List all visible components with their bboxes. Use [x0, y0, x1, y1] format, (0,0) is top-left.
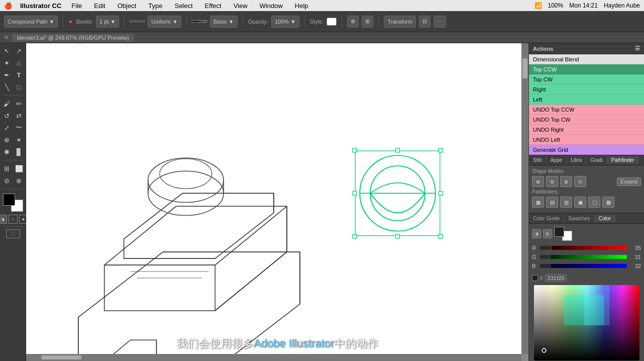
exclude-icon[interactable]: ⊙ — [574, 176, 586, 187]
stroke-mode-dropdown[interactable]: Uniform ▼ — [148, 16, 181, 28]
hex-value[interactable]: 231f20 — [545, 274, 567, 282]
action-right[interactable]: Right — [529, 84, 644, 95]
action-generate-grid[interactable]: Generate Grid — [529, 145, 644, 155]
pen-tool[interactable]: ✒ — [2, 69, 13, 80]
battery-label: 100% — [548, 2, 564, 9]
line-tool[interactable]: ╲ — [2, 81, 13, 93]
color-spectrum[interactable] — [534, 285, 639, 360]
color-mode-icon[interactable]: ⊞ — [543, 229, 552, 238]
opacity-dropdown[interactable]: 100% ▼ — [271, 16, 299, 28]
tab-appearance[interactable]: Appe — [547, 156, 567, 164]
action-undo-top-cw[interactable]: UNDO Top CW — [529, 115, 644, 125]
tab-stroke[interactable]: Strk — [529, 156, 547, 164]
canvas-svg — [26, 43, 521, 354]
action-undo-right[interactable]: UNDO Right — [529, 125, 644, 135]
tab-gradient[interactable]: Gradi — [586, 156, 607, 164]
column-graph-tool[interactable]: ▊ — [14, 146, 25, 157]
link-icon-btn[interactable]: ⊕ — [347, 16, 359, 28]
menu-type[interactable]: Type — [146, 2, 164, 10]
action-dimensional-blend[interactable]: Dimensional Blend — [529, 54, 644, 64]
action-top-cw[interactable]: Top CW — [529, 74, 644, 84]
reflect-tool[interactable]: ⇄ — [14, 110, 25, 121]
mesh-tool[interactable]: ⊞ — [2, 163, 13, 174]
color-swatch-area[interactable] — [3, 194, 23, 212]
unite-icon[interactable]: ⊕ — [532, 176, 544, 187]
actions-menu-icon[interactable]: ☰ — [635, 45, 640, 52]
trim-icon[interactable]: ▤ — [546, 197, 558, 208]
scale-tool[interactable]: ⤢ — [2, 122, 13, 133]
style-color-box[interactable] — [327, 18, 337, 26]
menu-view[interactable]: View — [232, 2, 250, 10]
tab-color[interactable]: Color — [595, 215, 615, 222]
b-slider[interactable] — [540, 264, 627, 268]
menu-select[interactable]: Select — [172, 2, 194, 10]
scroll-thumb-v[interactable] — [522, 58, 527, 78]
direct-select-tool[interactable]: ↗ — [14, 45, 25, 56]
outline-icon[interactable]: ▢ — [588, 197, 600, 208]
pencil-tool[interactable]: ✏ — [14, 98, 25, 109]
behind-mode-icon[interactable]: ○ — [9, 215, 18, 224]
scrollbar-horizontal[interactable] — [26, 354, 521, 361]
style-dropdown[interactable]: Basic ▼ — [210, 16, 238, 28]
tab-color-guide[interactable]: Color Guide — [529, 215, 564, 222]
action-top-ccw[interactable]: Top CCW — [529, 64, 644, 74]
fg-bg-preview[interactable] — [554, 227, 572, 241]
document-tab[interactable]: blender3.ai* @ 249.67% (RGB/GPU Preview) — [12, 33, 135, 42]
path-type-selector[interactable]: Compound Path ▼ — [4, 16, 58, 28]
more-btn[interactable]: ⋯ — [434, 16, 446, 28]
close-icon[interactable]: ✕ — [4, 34, 9, 41]
apple-menu[interactable]: 🍎 — [4, 2, 12, 10]
minus-front-icon[interactable]: ⊖ — [546, 176, 558, 187]
color-spectrum-icon[interactable]: ◑ — [532, 229, 541, 238]
rotate-tool[interactable]: ↺ — [2, 110, 13, 121]
foreground-color-preview[interactable] — [554, 227, 564, 237]
expand-button[interactable]: Expand — [617, 177, 641, 186]
lasso-tool[interactable]: ⌂ — [14, 57, 25, 68]
warp-tool[interactable]: 〜 — [14, 122, 25, 133]
type-tool[interactable]: T — [14, 69, 25, 80]
measure-tool[interactable]: ⊗ — [14, 175, 25, 186]
menu-help[interactable]: Help — [293, 2, 310, 10]
graph-btn[interactable]: ⊞ — [362, 16, 373, 28]
crop-icon[interactable]: ▣ — [574, 197, 586, 208]
rect-tool[interactable]: □ — [14, 81, 25, 93]
menu-window[interactable]: Window — [258, 2, 285, 10]
tab-swatches[interactable]: Swatches — [564, 215, 594, 222]
menu-effect[interactable]: Effect — [203, 2, 224, 10]
g-label: G — [532, 254, 538, 260]
menu-edit[interactable]: Edit — [92, 2, 107, 10]
align-btn[interactable]: ⊟ — [419, 16, 431, 28]
tab-pathfinder[interactable]: Pathfinder — [607, 156, 639, 164]
puppet-tool[interactable]: ✶ — [14, 134, 25, 145]
action-undo-left[interactable]: UNDO Left — [529, 135, 644, 145]
free-transform-tool[interactable]: ⊕ — [2, 134, 13, 145]
menu-file[interactable]: File — [69, 2, 84, 10]
canvas-area[interactable]: 我们会使用很多Adobe Illustrator中的动作 — [26, 43, 528, 361]
tab-libraries[interactable]: Libra — [567, 156, 586, 164]
gradient-tool[interactable]: ⬜ — [14, 163, 25, 174]
screen-mode-btn[interactable]: ⬛ — [6, 229, 20, 238]
g-slider[interactable] — [540, 255, 627, 259]
divide-icon[interactable]: ▦ — [532, 197, 544, 208]
foreground-color-box[interactable] — [3, 194, 15, 206]
symbol-tool[interactable]: ✱ — [2, 146, 13, 157]
scrollbar-vertical[interactable] — [521, 43, 528, 354]
tool-row-9: ✱ ▊ — [2, 146, 25, 157]
scroll-thumb-h[interactable] — [41, 355, 81, 359]
action-left[interactable]: Left — [529, 95, 644, 105]
magic-wand-tool[interactable]: ✦ — [2, 57, 13, 68]
action-undo-top-ccw[interactable]: UNDO Top CCW — [529, 105, 644, 115]
g-value: 31 — [629, 254, 641, 260]
r-slider[interactable] — [540, 246, 627, 250]
intersect-icon[interactable]: ⊗ — [560, 176, 572, 187]
eyedropper-tool[interactable]: ⊘ — [2, 175, 13, 186]
tool-row-7: ⤢ 〜 — [2, 122, 25, 133]
select-tool[interactable]: ↖ — [2, 45, 13, 56]
normal-mode-icon[interactable]: ◑ — [0, 215, 7, 224]
stroke-weight-dropdown[interactable]: 1 pt ▼ — [96, 16, 119, 28]
paintbrush-tool[interactable]: 🖌 — [2, 98, 13, 109]
minus-back-icon[interactable]: ▩ — [602, 197, 614, 208]
transform-btn[interactable]: Transform — [384, 16, 416, 28]
merge-icon[interactable]: ▥ — [560, 197, 572, 208]
menu-object[interactable]: Object — [116, 2, 139, 10]
